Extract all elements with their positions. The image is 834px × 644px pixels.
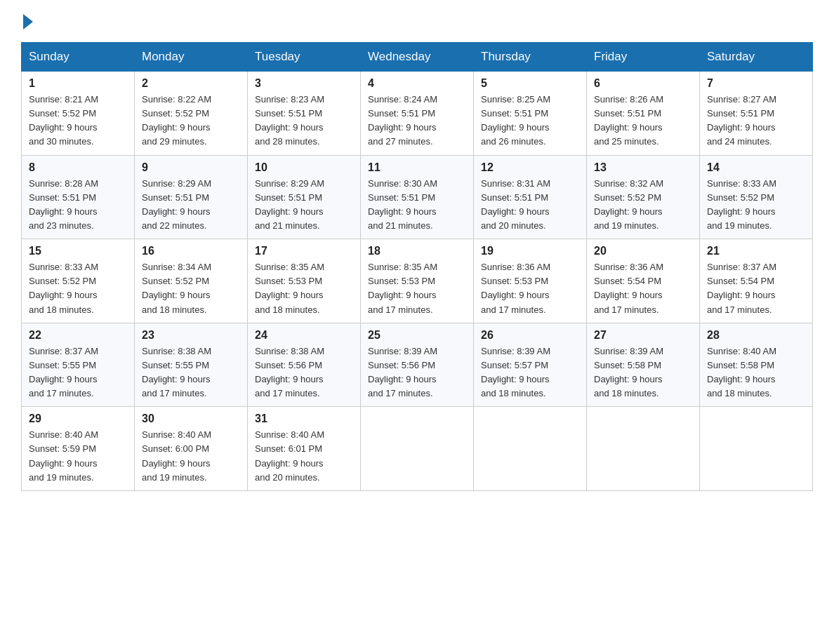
day-info: Sunrise: 8:37 AM Sunset: 5:54 PM Dayligh… (707, 260, 805, 317)
day-info: Sunrise: 8:39 AM Sunset: 5:58 PM Dayligh… (594, 344, 692, 401)
calendar-cell: 27 Sunrise: 8:39 AM Sunset: 5:58 PM Dayl… (587, 323, 700, 407)
calendar-week-row: 1 Sunrise: 8:21 AM Sunset: 5:52 PM Dayli… (22, 72, 813, 156)
day-number: 17 (255, 245, 353, 257)
day-number: 14 (707, 161, 805, 174)
weekday-header-monday: Monday (135, 43, 248, 72)
day-number: 8 (29, 161, 127, 174)
calendar-cell: 19 Sunrise: 8:36 AM Sunset: 5:53 PM Dayl… (474, 239, 587, 323)
calendar-cell (700, 407, 813, 491)
day-info: Sunrise: 8:27 AM Sunset: 5:51 PM Dayligh… (707, 93, 805, 149)
day-info: Sunrise: 8:31 AM Sunset: 5:51 PM Dayligh… (481, 177, 579, 234)
day-info: Sunrise: 8:40 AM Sunset: 6:01 PM Dayligh… (255, 428, 353, 485)
day-info: Sunrise: 8:37 AM Sunset: 5:55 PM Dayligh… (29, 344, 127, 401)
calendar-week-row: 22 Sunrise: 8:37 AM Sunset: 5:55 PM Dayl… (22, 323, 813, 407)
calendar-cell: 16 Sunrise: 8:34 AM Sunset: 5:52 PM Dayl… (135, 239, 248, 323)
day-info: Sunrise: 8:22 AM Sunset: 5:52 PM Dayligh… (142, 93, 240, 149)
day-number: 6 (594, 77, 692, 90)
calendar-week-row: 15 Sunrise: 8:33 AM Sunset: 5:52 PM Dayl… (22, 239, 813, 323)
day-info: Sunrise: 8:21 AM Sunset: 5:52 PM Dayligh… (29, 93, 127, 149)
day-number: 1 (29, 77, 127, 90)
day-number: 12 (481, 161, 579, 174)
day-number: 2 (142, 77, 240, 90)
logo (21, 14, 33, 29)
calendar-cell: 26 Sunrise: 8:39 AM Sunset: 5:57 PM Dayl… (474, 323, 587, 407)
calendar-cell: 29 Sunrise: 8:40 AM Sunset: 5:59 PM Dayl… (22, 407, 135, 491)
calendar-cell: 8 Sunrise: 8:28 AM Sunset: 5:51 PM Dayli… (22, 155, 135, 239)
day-number: 19 (481, 245, 579, 257)
day-number: 13 (594, 161, 692, 174)
day-info: Sunrise: 8:29 AM Sunset: 5:51 PM Dayligh… (255, 177, 353, 234)
day-info: Sunrise: 8:25 AM Sunset: 5:51 PM Dayligh… (481, 93, 579, 149)
calendar-cell (474, 407, 587, 491)
calendar-cell (361, 407, 474, 491)
calendar-cell: 11 Sunrise: 8:30 AM Sunset: 5:51 PM Dayl… (361, 155, 474, 239)
day-info: Sunrise: 8:23 AM Sunset: 5:51 PM Dayligh… (255, 93, 353, 149)
day-number: 26 (481, 329, 579, 342)
day-number: 15 (29, 245, 127, 257)
calendar-cell: 28 Sunrise: 8:40 AM Sunset: 5:58 PM Dayl… (700, 323, 813, 407)
calendar-cell: 13 Sunrise: 8:32 AM Sunset: 5:52 PM Dayl… (587, 155, 700, 239)
day-info: Sunrise: 8:26 AM Sunset: 5:51 PM Dayligh… (594, 93, 692, 149)
calendar-cell: 2 Sunrise: 8:22 AM Sunset: 5:52 PM Dayli… (135, 72, 248, 156)
day-info: Sunrise: 8:35 AM Sunset: 5:53 PM Dayligh… (255, 260, 353, 317)
calendar-cell: 20 Sunrise: 8:36 AM Sunset: 5:54 PM Dayl… (587, 239, 700, 323)
day-info: Sunrise: 8:34 AM Sunset: 5:52 PM Dayligh… (142, 260, 240, 317)
calendar-cell: 22 Sunrise: 8:37 AM Sunset: 5:55 PM Dayl… (22, 323, 135, 407)
calendar-cell: 21 Sunrise: 8:37 AM Sunset: 5:54 PM Dayl… (700, 239, 813, 323)
calendar-week-row: 29 Sunrise: 8:40 AM Sunset: 5:59 PM Dayl… (22, 407, 813, 491)
weekday-header-sunday: Sunday (22, 43, 135, 72)
logo-arrow-icon (23, 14, 33, 29)
day-number: 9 (142, 161, 240, 174)
day-number: 28 (707, 329, 805, 342)
calendar-cell: 23 Sunrise: 8:38 AM Sunset: 5:55 PM Dayl… (135, 323, 248, 407)
day-info: Sunrise: 8:24 AM Sunset: 5:51 PM Dayligh… (368, 93, 466, 149)
day-number: 16 (142, 245, 240, 257)
calendar-cell: 12 Sunrise: 8:31 AM Sunset: 5:51 PM Dayl… (474, 155, 587, 239)
day-number: 10 (255, 161, 353, 174)
day-info: Sunrise: 8:30 AM Sunset: 5:51 PM Dayligh… (368, 177, 466, 234)
calendar-week-row: 8 Sunrise: 8:28 AM Sunset: 5:51 PM Dayli… (22, 155, 813, 239)
day-number: 3 (255, 77, 353, 90)
day-info: Sunrise: 8:40 AM Sunset: 6:00 PM Dayligh… (142, 428, 240, 485)
day-number: 30 (142, 412, 240, 425)
calendar-cell: 7 Sunrise: 8:27 AM Sunset: 5:51 PM Dayli… (700, 72, 813, 156)
day-number: 29 (29, 412, 127, 425)
page-header (21, 14, 813, 29)
day-number: 27 (594, 329, 692, 342)
day-number: 5 (481, 77, 579, 90)
calendar-cell: 10 Sunrise: 8:29 AM Sunset: 5:51 PM Dayl… (248, 155, 361, 239)
calendar-cell: 6 Sunrise: 8:26 AM Sunset: 5:51 PM Dayli… (587, 72, 700, 156)
day-number: 7 (707, 77, 805, 90)
day-info: Sunrise: 8:33 AM Sunset: 5:52 PM Dayligh… (707, 177, 805, 234)
calendar-cell: 4 Sunrise: 8:24 AM Sunset: 5:51 PM Dayli… (361, 72, 474, 156)
day-info: Sunrise: 8:39 AM Sunset: 5:56 PM Dayligh… (368, 344, 466, 401)
weekday-header-wednesday: Wednesday (361, 43, 474, 72)
day-number: 31 (255, 412, 353, 425)
calendar-cell: 9 Sunrise: 8:29 AM Sunset: 5:51 PM Dayli… (135, 155, 248, 239)
day-number: 23 (142, 329, 240, 342)
day-info: Sunrise: 8:36 AM Sunset: 5:53 PM Dayligh… (481, 260, 579, 317)
calendar-table: SundayMondayTuesdayWednesdayThursdayFrid… (21, 42, 813, 491)
day-info: Sunrise: 8:36 AM Sunset: 5:54 PM Dayligh… (594, 260, 692, 317)
weekday-header-thursday: Thursday (474, 43, 587, 72)
day-info: Sunrise: 8:29 AM Sunset: 5:51 PM Dayligh… (142, 177, 240, 234)
weekday-header-saturday: Saturday (700, 43, 813, 72)
day-number: 21 (707, 245, 805, 257)
day-info: Sunrise: 8:35 AM Sunset: 5:53 PM Dayligh… (368, 260, 466, 317)
calendar-cell: 17 Sunrise: 8:35 AM Sunset: 5:53 PM Dayl… (248, 239, 361, 323)
day-info: Sunrise: 8:38 AM Sunset: 5:55 PM Dayligh… (142, 344, 240, 401)
calendar-cell: 18 Sunrise: 8:35 AM Sunset: 5:53 PM Dayl… (361, 239, 474, 323)
day-number: 24 (255, 329, 353, 342)
day-number: 4 (368, 77, 466, 90)
weekday-header-row: SundayMondayTuesdayWednesdayThursdayFrid… (22, 43, 813, 72)
day-info: Sunrise: 8:28 AM Sunset: 5:51 PM Dayligh… (29, 177, 127, 234)
calendar-cell: 30 Sunrise: 8:40 AM Sunset: 6:00 PM Dayl… (135, 407, 248, 491)
weekday-header-tuesday: Tuesday (248, 43, 361, 72)
calendar-body: 1 Sunrise: 8:21 AM Sunset: 5:52 PM Dayli… (22, 72, 813, 491)
day-info: Sunrise: 8:39 AM Sunset: 5:57 PM Dayligh… (481, 344, 579, 401)
calendar-cell: 1 Sunrise: 8:21 AM Sunset: 5:52 PM Dayli… (22, 72, 135, 156)
day-number: 22 (29, 329, 127, 342)
calendar-cell: 25 Sunrise: 8:39 AM Sunset: 5:56 PM Dayl… (361, 323, 474, 407)
day-number: 18 (368, 245, 466, 257)
calendar-cell: 3 Sunrise: 8:23 AM Sunset: 5:51 PM Dayli… (248, 72, 361, 156)
